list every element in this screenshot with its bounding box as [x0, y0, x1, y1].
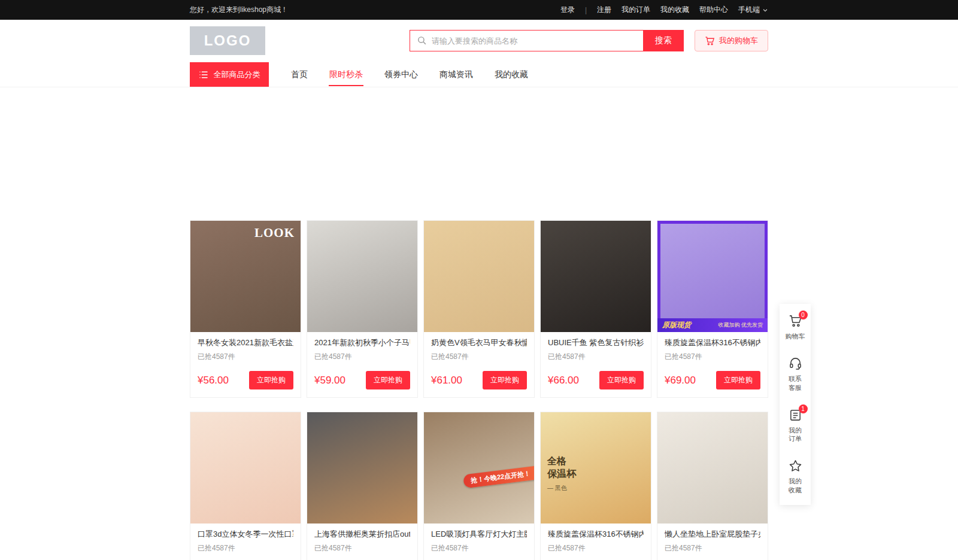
- product-image[interactable]: [307, 412, 417, 524]
- header-divider: [0, 87, 958, 87]
- my-orders-badge: 1: [799, 404, 808, 413]
- product-sold-count: 已抢4587件: [665, 543, 760, 553]
- cart-badge: 0: [799, 311, 808, 319]
- image-ribbon-text: 抢！今晚22点开抢！: [463, 465, 534, 488]
- product-title: 臻质旋盖保温杯316不锈钢内胆...: [665, 337, 760, 348]
- nav-item-coupon-center[interactable]: 领券中心: [384, 63, 419, 86]
- float-my-favorites-item[interactable]: 我的 收藏: [780, 451, 811, 503]
- product-sold-count: 已抢4587件: [431, 543, 527, 553]
- headset-icon: [789, 357, 802, 370]
- mobile-entry-label: 手机端: [738, 5, 760, 15]
- product-card[interactable]: UBUIE千鱼 紫色复古针织衫马... 已抢4587件 ¥66.00 立即抢购: [540, 220, 651, 398]
- product-card[interactable]: 原版现货 收藏加购 优先发货 臻质旋盖保温杯316不锈钢内胆... 已抢4587…: [657, 220, 768, 398]
- product-card[interactable]: 全格 保温杯 — 黑色 臻质旋盖保温杯316不锈钢内胆... 已抢4587件 ¥…: [540, 412, 651, 560]
- product-card[interactable]: LOOK 早秋冬女装2021新款毛衣盐系... 已抢4587件 ¥56.00 立…: [190, 220, 301, 398]
- my-cart-button[interactable]: 我的购物车: [695, 30, 768, 51]
- all-categories-button[interactable]: 全部商品分类: [190, 62, 269, 87]
- banner-right-text: 收藏加购 优先发货: [718, 321, 763, 329]
- product-title: LED吸顶灯具客厅灯大灯主卧...: [431, 529, 527, 540]
- search-button[interactable]: 搜索: [643, 30, 684, 51]
- nav-item-flash-sale[interactable]: 限时秒杀: [329, 63, 363, 86]
- mobile-entry-link[interactable]: 手机端: [738, 5, 768, 15]
- product-image[interactable]: LOOK: [190, 221, 301, 332]
- welcome-text: 您好，欢迎来到likeshop商城！: [190, 5, 288, 15]
- product-title: 奶黄色V领毛衣马甲女春秋慵懒...: [431, 337, 527, 348]
- product-price: ¥61.00: [431, 375, 462, 386]
- my-orders-link[interactable]: 我的订单: [622, 5, 650, 15]
- buy-now-button[interactable]: 立即抢购: [366, 371, 410, 389]
- image-overlay-text: LOOK: [254, 226, 295, 241]
- divider: |: [585, 6, 587, 14]
- product-card[interactable]: 抢！今晚22点开抢！ LED吸顶灯具客厅灯大灯主卧... 已抢4587件 ¥65…: [423, 412, 535, 560]
- floating-toolbar: 0 购物车 联系 客服 1 我的 订单 我的 收藏: [780, 304, 811, 505]
- buy-now-button[interactable]: 立即抢购: [599, 371, 644, 389]
- search-input[interactable]: [410, 30, 643, 51]
- image-side-subtitle: — 黑色: [547, 484, 576, 492]
- flash-sale-product-grid: LOOK 早秋冬女装2021新款毛衣盐系... 已抢4587件 ¥56.00 立…: [190, 220, 768, 560]
- product-title: 口罩3d立体女冬季一次性口罩: [198, 529, 293, 540]
- buy-now-button[interactable]: 立即抢购: [249, 371, 293, 389]
- product-image[interactable]: 全格 保温杯 — 黑色: [541, 412, 651, 524]
- product-image[interactable]: [190, 412, 301, 524]
- product-image[interactable]: [657, 412, 768, 524]
- product-sold-count: 已抢4587件: [431, 352, 527, 362]
- my-favorites-link[interactable]: 我的收藏: [660, 5, 689, 15]
- product-sold-count: 已抢4587件: [198, 352, 293, 362]
- image-side-text: 全格 保温杯 — 黑色: [547, 455, 576, 492]
- main-nav: 全部商品分类 首页 限时秒杀 领券中心 商城资讯 我的收藏: [190, 62, 768, 87]
- product-title: 上海客供撤柜奥莱折扣店outlets: [314, 529, 410, 540]
- float-my-orders-label: 我的 订单: [789, 426, 802, 444]
- product-price: ¥59.00: [314, 375, 345, 386]
- float-my-favorites-label: 我的 收藏: [789, 477, 802, 495]
- star-icon: [789, 459, 802, 473]
- product-image[interactable]: 抢！今晚22点开抢！: [424, 412, 534, 524]
- category-list-icon: [199, 70, 208, 80]
- product-sold-count: 已抢4587件: [314, 543, 410, 553]
- site-logo[interactable]: LOGO: [190, 26, 265, 55]
- product-price: ¥69.00: [665, 375, 696, 386]
- nav-item-home[interactable]: 首页: [290, 63, 308, 86]
- product-price: ¥66.00: [548, 375, 579, 386]
- float-cart-item[interactable]: 0 购物车: [780, 306, 811, 349]
- product-title: UBUIE千鱼 紫色复古针织衫马...: [548, 337, 644, 348]
- header: LOGO 搜索 我的购物车 全部商品分类 首页 限时秒杀 领券中心 商城资讯 我…: [190, 20, 768, 87]
- product-sold-count: 已抢4587件: [548, 543, 644, 553]
- product-sold-count: 已抢4587件: [314, 352, 410, 362]
- image-side-title: 全格 保温杯: [547, 455, 576, 480]
- buy-now-button[interactable]: 立即抢购: [483, 371, 527, 389]
- float-customer-service-item[interactable]: 联系 客服: [780, 349, 811, 400]
- product-title: 臻质旋盖保温杯316不锈钢内胆...: [548, 529, 644, 540]
- cart-icon: [705, 36, 715, 46]
- product-title: 早秋冬女装2021新款毛衣盐系...: [198, 337, 293, 348]
- product-card[interactable]: 2021年新款初秋季小个子马甲... 已抢4587件 ¥59.00 立即抢购: [307, 220, 418, 398]
- image-banner: 原版现货 收藏加购 优先发货: [657, 318, 768, 332]
- product-title: 2021年新款初秋季小个子马甲...: [314, 337, 410, 348]
- float-customer-service-label: 联系 客服: [789, 375, 802, 392]
- register-link[interactable]: 注册: [597, 5, 611, 15]
- nav-item-my-favorites[interactable]: 我的收藏: [494, 63, 529, 86]
- top-utility-bar: 您好，欢迎来到likeshop商城！ 登录 | 注册 我的订单 我的收藏 帮助中…: [0, 0, 958, 20]
- product-sold-count: 已抢4587件: [198, 543, 293, 553]
- my-cart-label: 我的购物车: [719, 35, 758, 46]
- product-card[interactable]: 奶黄色V领毛衣马甲女春秋慵懒... 已抢4587件 ¥61.00 立即抢购: [423, 220, 535, 398]
- product-image[interactable]: [541, 221, 651, 332]
- product-title: 懒人坐垫地上卧室屁股垫子办...: [665, 529, 760, 540]
- product-card[interactable]: 上海客供撤柜奥莱折扣店outlets 已抢4587件 ¥46.00 立即抢购: [307, 412, 418, 560]
- search-icon: [417, 35, 427, 45]
- float-cart-label: 购物车: [786, 332, 805, 341]
- all-categories-label: 全部商品分类: [214, 69, 260, 80]
- product-card[interactable]: 口罩3d立体女冬季一次性口罩 已抢4587件 ¥10.00 立即抢购: [190, 412, 301, 560]
- buy-now-button[interactable]: 立即抢购: [716, 371, 760, 389]
- product-image[interactable]: 原版现货 收藏加购 优先发货: [657, 221, 768, 332]
- help-center-link[interactable]: 帮助中心: [699, 5, 728, 15]
- nav-item-mall-news[interactable]: 商城资讯: [439, 63, 474, 86]
- float-my-orders-item[interactable]: 1 我的 订单: [780, 400, 811, 452]
- product-image[interactable]: [424, 221, 534, 332]
- product-sold-count: 已抢4587件: [665, 352, 760, 362]
- product-card[interactable]: 懒人坐垫地上卧室屁股垫子办... 已抢4587件 ¥19.90 立即抢购: [657, 412, 768, 560]
- product-image[interactable]: [307, 221, 417, 332]
- product-sold-count: 已抢4587件: [548, 352, 644, 362]
- login-link[interactable]: 登录: [560, 5, 575, 15]
- product-price: ¥56.00: [198, 375, 229, 386]
- chevron-down-icon: [762, 7, 768, 13]
